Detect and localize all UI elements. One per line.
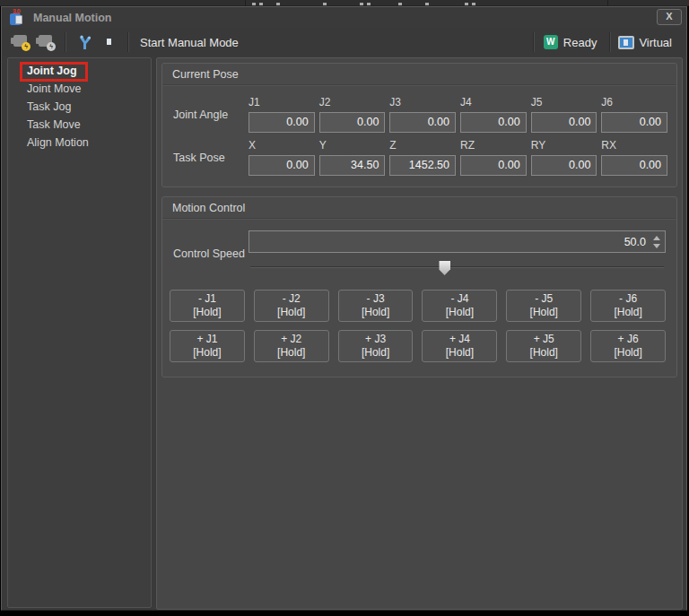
sidebar-item-task-move[interactable]: Task Move <box>8 116 151 134</box>
sidebar-item-task-jog[interactable]: Task Jog <box>8 98 151 116</box>
toolbar-separator <box>65 32 66 52</box>
jog-button-hold: [Hold] <box>446 346 474 360</box>
sidebar-item-joint-move[interactable]: Joint Move <box>8 80 151 98</box>
motion-control-title: Motion Control <box>162 197 676 218</box>
tool-power-icon[interactable]: ϟ <box>12 32 31 52</box>
slider-thumb[interactable] <box>439 261 450 275</box>
background-window-remnant <box>0 0 689 6</box>
field-value: 1452.50 <box>389 155 456 176</box>
jog-button-hold: [Hold] <box>193 306 221 319</box>
jog-button-axis: - J3 <box>367 292 385 306</box>
jog-button-hold: [Hold] <box>277 346 305 360</box>
jog-minus-row: - J1 [Hold] - J2 [Hold] - J3 [Hold] <box>170 290 666 322</box>
jog-plus-row: + J1 [Hold] + J2 [Hold] + J3 [Hold] <box>170 330 666 362</box>
joint-angle-j6: J6 0.00 <box>601 96 667 133</box>
field-name: J5 <box>531 96 597 108</box>
joint-angle-j3: J3 0.00 <box>389 96 456 133</box>
jog-button-axis: + J2 <box>281 333 301 346</box>
field-name: J2 <box>319 96 386 108</box>
field-name: RY <box>531 139 597 152</box>
jog-button-axis: - J1 <box>198 292 216 306</box>
content-area: Joint Jog Joint Move Task Jog Task Move … <box>2 56 686 610</box>
jog-minus-j4-button[interactable]: - J4 [Hold] <box>422 290 497 322</box>
jog-minus-j3-button[interactable]: - J3 [Hold] <box>338 290 414 322</box>
window-title: Manual Motion <box>33 12 112 24</box>
manual-motion-window: 3.0 Manual Motion X ϟ ϟ <box>1 6 687 611</box>
jog-minus-j1-button[interactable]: - J1 [Hold] <box>170 290 245 322</box>
start-manual-mode-button[interactable]: Start Manual Mode <box>140 36 239 49</box>
jog-buttons: - J1 [Hold] - J2 [Hold] - J3 [Hold] <box>170 290 666 362</box>
jog-plus-j1-button[interactable]: + J1 [Hold] <box>170 330 245 362</box>
field-value: 0.00 <box>531 155 597 176</box>
robot-arm-icon[interactable] <box>74 32 94 52</box>
jog-button-hold: [Hold] <box>362 306 389 319</box>
field-value: 0.00 <box>460 112 527 133</box>
jog-button-axis: - J4 <box>450 292 468 306</box>
spin-down-icon[interactable] <box>653 244 660 248</box>
field-name: J6 <box>601 96 667 108</box>
jog-button-axis: + J6 <box>618 333 639 346</box>
slider-track[interactable] <box>250 266 664 267</box>
virtual-status-label: Virtual <box>639 36 672 49</box>
jog-plus-j5-button[interactable]: + J5 [Hold] <box>506 330 581 362</box>
jog-button-hold: [Hold] <box>530 346 558 360</box>
jog-button-axis: - J6 <box>619 292 637 306</box>
field-name: RZ <box>460 139 527 152</box>
jog-button-hold: [Hold] <box>277 306 305 319</box>
field-value: 0.00 <box>531 112 597 133</box>
current-pose-group: Current Pose Joint Angle J1 0.00 <box>161 63 677 187</box>
field-value: 0.00 <box>319 112 386 133</box>
task-pose-row: Task Pose X 0.00 Y 34.50 <box>170 139 667 176</box>
jog-plus-j4-button[interactable]: + J4 [Hold] <box>422 330 497 362</box>
task-pose-label: Task Pose <box>170 152 249 164</box>
control-speed-value: 50.0 <box>624 236 646 248</box>
field-value: 0.00 <box>389 112 456 133</box>
selection-highlight-box: Joint Jog <box>20 62 88 82</box>
jog-plus-j6-button[interactable]: + J6 [Hold] <box>590 330 666 362</box>
toolbar-separator <box>127 32 129 52</box>
control-speed-spinbox[interactable]: 50.0 <box>249 230 666 253</box>
tool-charge-icon[interactable]: ϟ <box>37 32 57 52</box>
jog-button-hold: [Hold] <box>530 306 558 319</box>
jog-minus-j5-button[interactable]: - J5 [Hold] <box>506 290 581 322</box>
jog-button-axis: - J2 <box>283 292 301 306</box>
jog-plus-j3-button[interactable]: + J3 [Hold] <box>338 330 414 362</box>
jog-plus-j2-button[interactable]: + J2 [Hold] <box>254 330 329 362</box>
joint-angle-label: Joint Angle <box>170 108 249 121</box>
field-name: Y <box>319 139 386 152</box>
field-name: J4 <box>460 96 527 108</box>
virtual-mode-monitor-icon[interactable] <box>100 32 119 52</box>
spin-up-icon[interactable] <box>653 236 660 240</box>
jog-button-hold: [Hold] <box>362 346 389 360</box>
joint-angle-j5: J5 0.00 <box>531 96 597 133</box>
field-value: 0.00 <box>249 155 315 176</box>
task-pose-rz: RZ 0.00 <box>460 139 527 176</box>
toolbar-separator <box>533 32 535 52</box>
ready-status-icon: W <box>544 35 558 49</box>
joint-angle-j2: J2 0.00 <box>319 96 386 133</box>
jog-minus-j6-button[interactable]: - J6 [Hold] <box>590 290 666 322</box>
field-name: J1 <box>249 96 315 108</box>
main-panel: Current Pose Joint Angle J1 0.00 <box>156 57 683 610</box>
sidebar-item-joint-jog[interactable]: Joint Jog <box>8 62 151 80</box>
jog-button-axis: + J1 <box>196 333 217 346</box>
joint-angle-row: Joint Angle J1 0.00 J2 0.00 <box>170 96 667 133</box>
control-speed-row: Control Speed 50.0 <box>170 230 666 276</box>
jog-button-hold: [Hold] <box>193 346 221 360</box>
motion-control-group: Motion Control Control Speed 50.0 <box>161 196 677 377</box>
jog-button-hold: [Hold] <box>614 346 641 360</box>
close-button[interactable]: X <box>657 9 682 25</box>
task-pose-rx: RX 0.00 <box>601 139 667 176</box>
sidebar-nav: Joint Jog Joint Move Task Jog Task Move … <box>7 57 152 608</box>
jog-button-axis: + J5 <box>534 333 554 346</box>
joint-angle-j4: J4 0.00 <box>460 96 527 133</box>
jog-minus-j2-button[interactable]: - J2 [Hold] <box>254 290 329 322</box>
task-pose-z: Z 1452.50 <box>389 139 456 176</box>
jog-button-axis: - J5 <box>535 292 553 306</box>
field-value: 0.00 <box>601 155 667 176</box>
joint-angle-j1: J1 0.00 <box>249 96 315 133</box>
sidebar-item-align-motion[interactable]: Align Motion <box>8 134 151 152</box>
control-speed-slider[interactable] <box>249 258 666 276</box>
app-version-badge: 3.0 <box>13 8 20 14</box>
current-pose-title: Current Pose <box>162 64 676 84</box>
